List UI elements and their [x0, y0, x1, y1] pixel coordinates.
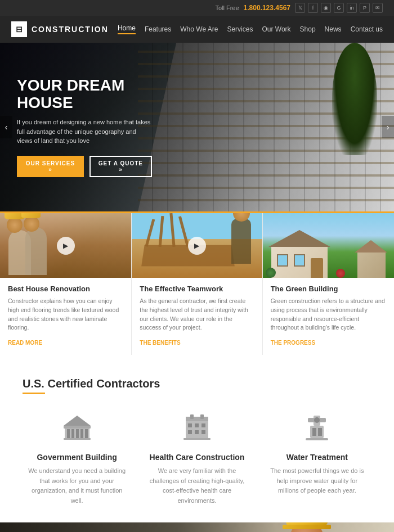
- certified-card-1: Government Building We understand you ne…: [23, 411, 131, 506]
- our-services-button[interactable]: OUR SERVICES »: [17, 156, 84, 177]
- government-building-icon: [60, 411, 94, 445]
- logo-text: CONSTRUCTION: [32, 25, 109, 34]
- feature-play-btn-1[interactable]: ▶: [57, 237, 75, 255]
- nav-features[interactable]: Features: [145, 25, 171, 33]
- svg-rect-7: [85, 429, 88, 439]
- nav-services[interactable]: Services: [227, 25, 253, 33]
- feature-title-2: The Effective Teamwork: [140, 285, 254, 293]
- svg-rect-23: [312, 428, 316, 436]
- svg-rect-26: [306, 438, 328, 440]
- health-care-icon: [180, 411, 214, 445]
- nav-shop[interactable]: Shop: [300, 25, 316, 33]
- feature-image-3: [263, 213, 394, 278]
- nav-home[interactable]: Home: [118, 24, 136, 34]
- certified-cards: Government Building We understand you ne…: [23, 411, 371, 506]
- toll-free-label: Toll Free: [215, 4, 239, 11]
- header: ⊟ CONSTRUCTION Home Features Who We Are …: [0, 16, 394, 43]
- worker-figure: [265, 528, 377, 532]
- certified-underline: [23, 393, 45, 394]
- phone-number[interactable]: 1.800.123.4567: [244, 4, 290, 12]
- feature-link-1[interactable]: READ MORE: [8, 340, 42, 346]
- main-nav: Home Features Who We Are Services Our Wo…: [118, 24, 383, 34]
- hero-content: YOUR DREAM HOUSE If you dream of designi…: [0, 60, 169, 193]
- svg-rect-15: [202, 423, 205, 427]
- cta-section: WORKING WITH US CONTRACTORS & CONSTRUCTI…: [0, 522, 394, 532]
- cert-title-1: Government Building: [28, 453, 126, 462]
- google-icon[interactable]: G: [334, 3, 344, 13]
- slider-next-button[interactable]: ›: [382, 116, 394, 138]
- svg-point-25: [314, 417, 320, 423]
- feature-body-3: The Green Building Green construction re…: [263, 278, 394, 355]
- feature-link-3[interactable]: THE PROGRESS: [271, 340, 315, 346]
- cert-title-2: Health Care Construction: [148, 453, 245, 462]
- feature-play-btn-2[interactable]: ▶: [188, 237, 206, 255]
- feature-title-1: Best House Renovation: [8, 285, 123, 293]
- pinterest-icon[interactable]: P: [360, 3, 370, 13]
- cert-text-3: The most powerful things we do is help i…: [268, 466, 366, 496]
- cert-text-2: We are very familiar with the challenges…: [148, 466, 245, 506]
- hero-section: ‹ YOUR DREAM HOUSE If you dream of desig…: [0, 43, 394, 211]
- hero-subtitle: If you dream of designing a new home tha…: [17, 118, 152, 146]
- feature-text-3: Green construction refers to a structure…: [271, 297, 386, 332]
- feature-text-1: Constructor explains how you can enjoy h…: [8, 297, 123, 332]
- logo[interactable]: ⊟ CONSTRUCTION: [11, 21, 109, 37]
- svg-rect-19: [183, 438, 211, 440]
- svg-rect-14: [195, 423, 199, 427]
- svg-rect-5: [76, 429, 79, 439]
- top-bar: Toll Free 1.800.123.4567 𝕏 f ◉ G in P ✉: [0, 0, 394, 16]
- feature-body-1: Best House Renovation Constructor explai…: [0, 278, 131, 355]
- svg-rect-10: [186, 417, 208, 421]
- linkedin-icon[interactable]: in: [347, 3, 357, 13]
- certified-card-3: Water Treatment The most powerful things…: [263, 411, 371, 506]
- water-treatment-icon: [300, 411, 334, 445]
- twitter-icon[interactable]: 𝕏: [295, 3, 305, 13]
- cert-text-1: We understand you need a building that w…: [28, 466, 126, 506]
- svg-rect-11: [190, 414, 194, 419]
- feature-card-1: ▶ Best House Renovation Constructor expl…: [0, 213, 131, 355]
- svg-rect-17: [195, 430, 199, 434]
- feature-text-2: As the general contractor, we first crea…: [140, 297, 254, 332]
- svg-rect-16: [188, 430, 192, 434]
- svg-marker-2: [64, 416, 91, 426]
- certified-section: U.S. Certified Contractors Government Bu…: [0, 355, 394, 522]
- feature-title-3: The Green Building: [271, 285, 386, 293]
- nav-news[interactable]: News: [325, 25, 342, 33]
- feature-card-3: The Green Building Green construction re…: [263, 213, 394, 355]
- svg-rect-4: [71, 429, 74, 439]
- nav-our-work[interactable]: Our Work: [262, 25, 290, 33]
- feature-link-2[interactable]: THE BENEFITS: [140, 340, 180, 346]
- certified-card-2: Health Care Construction We are very fam…: [142, 411, 251, 506]
- features-row: ▶ Best House Renovation Constructor expl…: [0, 211, 394, 355]
- svg-rect-8: [64, 438, 91, 440]
- nav-contact[interactable]: Contact us: [351, 25, 383, 33]
- svg-rect-13: [188, 423, 192, 427]
- feature-card-2: ▶ The Effective Teamwork As the general …: [131, 213, 262, 355]
- hero-tree: [332, 43, 377, 155]
- instagram-icon[interactable]: ◉: [321, 3, 331, 13]
- feature-body-2: The Effective Teamwork As the general co…: [132, 278, 262, 355]
- feature-image-2: ▶: [132, 213, 262, 278]
- logo-icon: ⊟: [11, 21, 27, 37]
- feature-image-1: ▶: [0, 213, 131, 278]
- svg-rect-18: [202, 430, 205, 434]
- hero-buttons: OUR SERVICES » GET A QUOTE »: [17, 156, 152, 177]
- svg-rect-9: [186, 420, 208, 439]
- email-icon[interactable]: ✉: [373, 3, 383, 13]
- nav-who-we-are[interactable]: Who We Are: [180, 25, 218, 33]
- svg-rect-3: [67, 429, 70, 439]
- svg-rect-6: [80, 429, 83, 439]
- certified-title: U.S. Certified Contractors: [23, 377, 371, 390]
- social-icons-bar: 𝕏 f ◉ G in P ✉: [295, 3, 383, 13]
- hero-title: YOUR DREAM HOUSE: [17, 77, 152, 112]
- svg-rect-1: [64, 426, 91, 429]
- svg-rect-12: [200, 414, 204, 419]
- get-quote-button[interactable]: GET A QUOTE »: [89, 156, 152, 177]
- svg-rect-24: [318, 428, 322, 436]
- facebook-icon[interactable]: f: [308, 3, 318, 13]
- slider-prev-button[interactable]: ‹: [0, 116, 12, 138]
- cert-title-3: Water Treatment: [268, 453, 366, 462]
